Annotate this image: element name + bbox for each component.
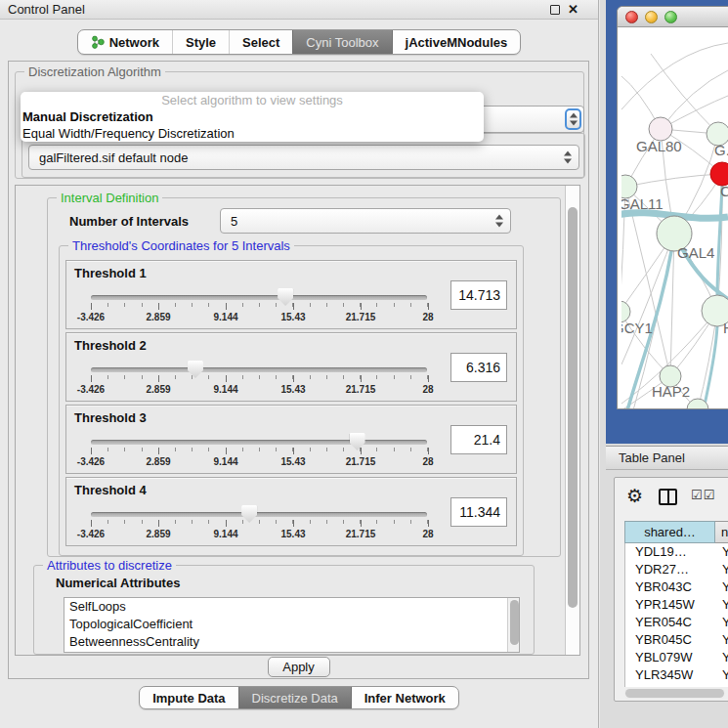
slider-tick-label: 15.43 [280,384,305,395]
slider-tick-label: 9.144 [213,312,237,322]
table-row[interactable]: YBL079WYBL0 [625,649,728,666]
shared-name-cell[interactable]: YBR045C [625,631,716,649]
name-cell[interactable]: YER0 [716,614,728,631]
table-row[interactable]: YIL052CYIL0 [625,684,728,687]
attribute-list-item[interactable]: BetweennessCentrality [64,633,519,651]
slider-track[interactable] [91,440,427,445]
attribute-list-item[interactable]: SelfLoops [64,598,519,616]
threshold-value-input[interactable] [450,280,507,310]
shared-name-cell[interactable]: YDR27… [625,561,716,578]
shared-name-cell[interactable]: YLR345W [625,666,716,684]
number-of-intervals-combobox[interactable]: 5 [220,208,511,234]
tab-style[interactable]: Style [172,30,229,54]
name-cell[interactable]: YDR2 [716,561,728,578]
name-cell[interactable]: YPR1 [716,596,728,614]
attributes-list-scrollbar-thumb[interactable] [510,600,519,645]
network-node-label: GCY1 [621,320,653,336]
table-row[interactable]: YBR043CYBR0 [625,578,728,596]
interval-definition-group: Interval Definition Number of Intervals … [47,197,561,557]
network-node-label: GAL11 [621,195,664,212]
table-row[interactable]: YBR045CYBR0 [625,631,728,649]
algorithm-option-equal-width[interactable]: Equal Width/Frequency Discretization [21,125,484,142]
shared-name-cell[interactable]: YPR145W [625,596,716,614]
slider-tick-label: 28 [422,456,433,467]
top-tab-bar: Network Style Select Cyni Toolbox jActiv… [0,20,598,61]
slider-tick-label: 15.43 [280,456,305,467]
tab-jactivemnodules[interactable]: jActiveMNodules [392,30,521,54]
name-cell[interactable]: YLR3 [716,666,728,684]
minimize-traffic-light-icon[interactable] [645,11,658,23]
settings-scrollbar-thumb[interactable] [568,207,578,608]
threshold-slider[interactable]: -3.4262.8599.14415.4321.71528 [91,503,428,544]
table-row[interactable]: YDL19…YDL1 [625,543,728,561]
attributes-list-items: SelfLoopsTopologicalCoefficientBetweenne… [64,598,519,651]
table-row[interactable]: YDR27…YDR2 [625,561,728,578]
slider-tick-labels: -3.4262.8599.14415.4321.71528 [91,456,428,468]
close-traffic-light-icon[interactable] [625,11,638,23]
tab-discretize-data[interactable]: Discretize Data [238,687,351,708]
attribute-list-item[interactable]: TopologicalCoefficient [64,616,519,633]
table-horizontal-scrollbar-thumb[interactable] [625,689,724,698]
name-cell[interactable]: YDL1 [716,543,728,561]
select-columns-checkboxes-icon[interactable]: ☑☑ [691,488,715,502]
close-icon[interactable]: ✕ [568,2,578,17]
tab-infer-network[interactable]: Infer Network [351,687,458,708]
table-data-combobox[interactable]: galFiltered.sif default node [28,145,579,170]
slider-tick-label: 2.859 [146,312,170,322]
discretization-algorithm-group: Discretization Algorithm Table Data galF… [15,71,584,179]
column-header-shared-name[interactable]: shared… [624,521,715,543]
network-graph[interactable]: GAL80G.CGAL11GAL4GCY1HHAP2 [621,27,728,408]
threshold-label: Threshold 2 [74,338,147,353]
shared-name-cell[interactable]: YBL079W [625,649,716,666]
table-row[interactable]: YPR145WYPR1 [625,596,728,614]
attributes-list-scrollbar[interactable] [507,598,519,652]
shared-name-cell[interactable]: YER054C [625,614,716,631]
threshold-value-input[interactable] [450,425,507,454]
column-header-name[interactable]: n [715,521,728,543]
cyni-toolbox-panel: Discretization Algorithm Table Data galF… [8,61,589,679]
network-window-titlebar[interactable] [618,7,728,27]
slider-tick-label: 28 [422,529,433,539]
slider-major-ticks [91,520,428,527]
network-node-label: GAL80 [636,138,682,154]
slider-track[interactable] [91,512,427,517]
threshold-slider[interactable]: -3.4262.8599.14415.4321.71528 [91,286,428,327]
algorithm-option-manual[interactable]: Manual Discretization [21,108,484,125]
spinner-arrows-icon [564,151,572,164]
number-of-intervals-value: 5 [231,214,237,229]
slider-track[interactable] [91,295,427,300]
table-row[interactable]: YLR345WYLR3 [625,666,728,684]
columns-icon[interactable] [659,489,677,505]
tab-cyni-toolbox[interactable]: Cyni Toolbox [292,30,391,54]
spinner-arrows-icon [570,113,578,126]
threshold-panel: Threshold 1 -3.4262.8599.14415.4321.7152… [65,260,517,329]
table-row[interactable]: YER054CYER0 [625,614,728,631]
name-cell[interactable]: YBR0 [716,578,728,596]
tab-select[interactable]: Select [229,30,292,54]
tab-network[interactable]: Network [78,30,172,54]
shared-name-cell[interactable]: YBR043C [625,578,716,596]
float-window-icon[interactable] [550,5,560,15]
threshold-slider[interactable]: -3.4262.8599.14415.4321.71528 [91,359,428,400]
top-tab-segmented-control: Network Style Select Cyni Toolbox jActiv… [77,29,522,55]
numerical-attributes-list[interactable]: SelfLoopsTopologicalCoefficientBetweenne… [64,597,520,653]
name-cell[interactable]: YBL0 [716,649,728,666]
shared-name-cell[interactable]: YDL19… [625,543,716,561]
shared-name-cell[interactable]: YIL052C [625,684,716,687]
slider-major-ticks [91,303,428,310]
settings-scrollbar[interactable] [565,186,579,655]
table-horizontal-scrollbar[interactable] [624,688,725,699]
name-cell[interactable]: YIL0 [716,684,728,687]
zoom-traffic-light-icon[interactable] [664,11,677,23]
threshold-value-input[interactable] [450,497,507,527]
gear-icon[interactable]: ⚙ [626,485,643,508]
name-cell[interactable]: YBR0 [716,631,728,649]
threshold-slider[interactable]: -3.4262.8599.14415.4321.71528 [91,431,428,472]
slider-track[interactable] [91,367,427,372]
slider-tick-labels: -3.4262.8599.14415.4321.71528 [91,384,428,396]
algorithm-combobox-spinner[interactable] [565,108,581,130]
threshold-value-input[interactable] [450,353,507,382]
network-canvas[interactable]: GAL80G.CGAL11GAL4GCY1HHAP2 [621,27,728,408]
tab-impute-data[interactable]: Impute Data [140,687,237,708]
apply-button[interactable]: Apply [268,657,330,677]
